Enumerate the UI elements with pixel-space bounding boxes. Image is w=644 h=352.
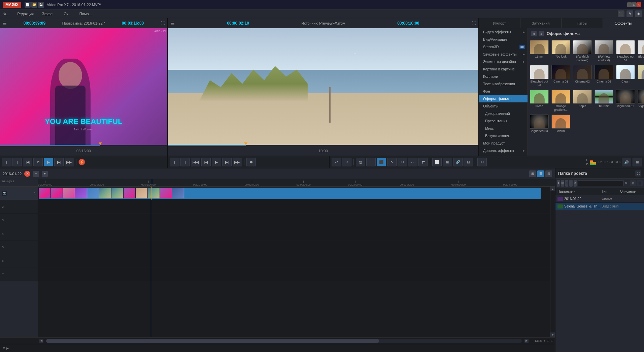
tab-fade[interactable]: Затухания <box>520 18 562 28</box>
zoom-out-button[interactable]: − <box>531 339 533 343</box>
pt-list-icon[interactable]: ☰ <box>565 180 568 187</box>
scroll-up-button[interactable]: ▲ <box>550 187 555 191</box>
btn-text[interactable]: T <box>366 158 376 166</box>
effect-item-orange[interactable]: Orange gradient... <box>551 89 571 113</box>
forward-button[interactable]: » <box>539 31 544 36</box>
menu-ok[interactable]: Ок... <box>62 11 73 17</box>
sidebar-item-presentation[interactable]: Презентация <box>479 117 528 125</box>
icon-track-view[interactable]: ⊟ <box>545 170 552 177</box>
effect-item-tiltshift[interactable]: Tilt-Shift <box>594 89 614 113</box>
panel-expand-icon[interactable]: ⛶ <box>635 170 641 177</box>
right-preview-expand[interactable]: ⛶ <box>472 21 476 26</box>
zoom-fit-button[interactable]: ⊡ <box>547 339 549 343</box>
btn-play-left[interactable]: ▶ <box>44 158 53 166</box>
btn-slip[interactable]: ⇄ <box>418 158 428 166</box>
effect-item-bw-high[interactable]: B/W (high contrast) <box>572 39 592 63</box>
btn-src-play[interactable]: ▶ <box>212 158 221 166</box>
title-icon-open[interactable]: 📂 <box>31 2 37 8</box>
scroll-right-button[interactable]: ▶ <box>524 339 529 343</box>
right-preview-screen[interactable]: ~ <box>168 28 478 146</box>
scroll-left-button[interactable]: ◀ <box>39 339 43 343</box>
right-progress-bar[interactable] <box>168 145 478 146</box>
btn-src-prev[interactable]: |◀◀ <box>191 158 200 166</box>
sidebar-item-decorative[interactable]: Декоративный <box>479 110 528 117</box>
panel-row-video[interactable]: Selena_Gomez_&_The_S... Видеоклип <box>555 203 644 210</box>
effect-item-bw-low[interactable]: B/W (low contrast) <box>594 39 614 63</box>
effect-item-vignetted01[interactable]: Vignetted 01 <box>615 89 636 113</box>
left-preview-menu-icon[interactable]: ☰ <box>3 21 7 26</box>
btn-group[interactable]: ⊡ <box>464 158 473 166</box>
btn-out[interactable]: ] <box>12 158 22 166</box>
btn-markers[interactable]: ✂ <box>477 158 487 166</box>
track-cam-icon[interactable]: 📷 <box>2 191 7 196</box>
col-name-header[interactable]: Название ▲ <box>557 190 602 193</box>
sidebar-item-view-animation[interactable]: Вид/Анимация <box>479 36 528 43</box>
btn-end[interactable]: ▶▶| <box>65 158 74 166</box>
tab-titles[interactable]: Титры <box>562 18 603 28</box>
close-button[interactable]: ✕ <box>637 2 641 7</box>
sidebar-item-test-images[interactable]: Тест. изображения <box>479 80 528 88</box>
zoom-actual-button[interactable]: ⊞ <box>551 339 553 343</box>
effect-item-vignetted03[interactable]: Vignetted 03 <box>529 114 549 134</box>
toolbar-icon-2[interactable]: A <box>626 10 633 17</box>
btn-grid[interactable]: ⊞ <box>633 158 642 166</box>
effect-item-bleached01[interactable]: Bleached out 01 <box>615 39 636 63</box>
panel-search-clear[interactable]: ✕ <box>625 181 628 186</box>
sidebar-item-objects[interactable]: Объекты <box>479 102 528 110</box>
back-button[interactable]: « <box>531 31 537 36</box>
btn-undo[interactable]: ↩ <box>332 158 341 166</box>
title-icon-new[interactable]: 📄 <box>25 2 31 8</box>
icon-list-view[interactable]: ☰ <box>537 170 544 177</box>
view-list-icon[interactable]: ☰ <box>637 180 643 186</box>
btn-src-record[interactable]: ⏺ <box>246 158 256 166</box>
btn-src-prev-frame[interactable]: |◀ <box>201 158 211 166</box>
col-desc-header[interactable]: Описание <box>620 190 642 193</box>
effect-item-cinema03[interactable]: Cinema 03 <box>594 64 614 88</box>
btn-loop[interactable]: ↺ <box>33 158 43 166</box>
menu-edit[interactable]: Редакция <box>16 11 35 17</box>
btn-thumbnail[interactable]: ⬜ <box>432 158 442 166</box>
effect-item-bleached02[interactable]: Bleached out 02 <box>637 39 644 63</box>
btn-next-mark[interactable]: ▶| <box>54 158 64 166</box>
tab-effects[interactable]: Эффекты <box>603 18 644 28</box>
close-tab-button[interactable]: ✕ <box>24 171 30 177</box>
menu-file[interactable]: Ф... <box>2 11 11 17</box>
pt-grid-icon[interactable]: ⊞ <box>561 180 564 187</box>
btn-link[interactable]: 🔗 <box>453 158 463 166</box>
tab-menu-button[interactable]: ▼ <box>42 171 48 177</box>
col-type-header[interactable]: Тип <box>602 190 620 193</box>
sidebar-item-video-effects[interactable]: Видео эффекты ▶ <box>479 28 528 36</box>
effect-item-cold[interactable]: Cold <box>637 64 644 88</box>
sidebar-item-pip[interactable]: Картина в картине <box>479 65 528 73</box>
btn-src-out[interactable]: ] <box>180 158 190 166</box>
toolbar-icon-3[interactable]: ◉ <box>635 10 642 17</box>
effect-item-warm[interactable]: Warm <box>551 114 571 134</box>
view-grid-icon[interactable]: ⊞ <box>630 180 636 186</box>
track-content[interactable] <box>38 187 550 337</box>
title-icon-save[interactable]: 💾 <box>38 2 44 8</box>
sidebar-item-intro-outro[interactable]: Вступл./оконч. <box>479 132 528 139</box>
sidebar-item-my-presets[interactable]: Мои предуст. <box>479 139 528 147</box>
btn-in[interactable]: [ <box>2 158 11 166</box>
panel-row-project[interactable]: 2016-01-22 Фильм <box>555 195 644 203</box>
sidebar-item-audio-effects[interactable]: Звуковые эффекты ▶ <box>479 51 528 58</box>
maximize-button[interactable]: □ <box>632 2 637 7</box>
effect-item-16mm[interactable]: 16mm <box>529 39 549 63</box>
btn-src-next-frame[interactable]: ▶| <box>222 158 232 166</box>
left-preview-expand[interactable]: ⛶ <box>161 21 165 26</box>
effect-item-clean[interactable]: Clean <box>615 64 636 88</box>
btn-prev-mark[interactable]: |◀ <box>23 158 32 166</box>
sidebar-item-additional-effects[interactable]: Дополн. эффекты ▶ <box>479 147 528 154</box>
sidebar-item-stereo3d[interactable]: Stereo3D 3D <box>479 43 528 51</box>
sidebar-item-mix[interactable]: Микс <box>479 125 528 132</box>
h-scrollbar-track[interactable] <box>46 339 522 343</box>
panel-search-input[interactable] <box>578 180 624 186</box>
btn-cursor[interactable]: ↖ <box>387 158 397 166</box>
menu-effects[interactable]: Эффе... <box>40 11 57 17</box>
btn-snap[interactable]: ⊞ <box>443 158 452 166</box>
pt-up-icon[interactable]: ↑ <box>569 180 572 187</box>
btn-src-in[interactable]: [ <box>170 158 179 166</box>
sidebar-item-design-elements[interactable]: Элементы дизайна ▶ <box>479 58 528 65</box>
effect-item-70s[interactable]: 70s look <box>551 39 571 63</box>
btn-select[interactable]: ⬛ <box>377 158 386 166</box>
